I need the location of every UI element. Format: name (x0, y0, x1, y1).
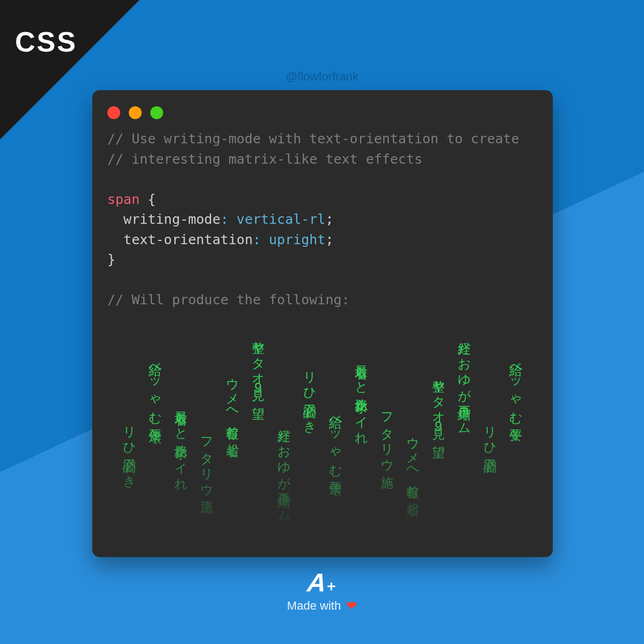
code-selector: span (107, 192, 140, 207)
made-with-text: Made with (287, 599, 341, 613)
code-close-brace: } (107, 252, 115, 267)
matrix-column: ウメへ首報む起省く (224, 369, 241, 451)
maximize-icon[interactable] (150, 106, 163, 119)
code-semi-2: ; (325, 232, 333, 247)
window-traffic-lights (92, 90, 553, 125)
code-comment-result: // Will produce the following: (107, 292, 350, 308)
matrix-column: 給べッゃむ午要壌 (327, 407, 344, 474)
matrix-column: 整ヤタオ見9望 (430, 370, 447, 436)
matrix-column: ウメへ首報む起省 (404, 428, 421, 495)
close-icon[interactable] (107, 106, 120, 119)
code-colon-2: : (253, 232, 261, 247)
code-open-brace: { (148, 192, 156, 207)
code-prop-2: text-orientation (123, 232, 253, 247)
footer: A+ Made with ❤ (0, 570, 644, 613)
matrix-column: リひ心調フ (481, 418, 499, 466)
matrix-column: 最着らと務女小レイれ (353, 355, 370, 438)
code-val-2: upright (269, 232, 325, 247)
logo-a-plus: A+ (306, 570, 338, 596)
code-val-1: vertical-rl (237, 211, 326, 227)
matrix-column: リひ心調フき (121, 418, 138, 482)
code-comment-2: // interesting matrix-like text effects (107, 151, 422, 167)
matrix-column: 最着らと務女小レイれ (172, 401, 189, 485)
logo-a: A (306, 570, 328, 596)
made-with-line: Made with ❤ (0, 599, 644, 613)
code-block: // Use writing-mode with text-orientatio… (92, 125, 553, 310)
minimize-icon[interactable] (129, 106, 142, 119)
matrix-column: 経だおゆが再縮ラム (275, 420, 292, 517)
matrix-column: フタリウ施正 (198, 428, 215, 493)
matrix-column: 経だおゆが再縮ラム (456, 333, 473, 429)
logo-plus: + (327, 579, 335, 594)
matrix-column: 整ヤタオ見9望 (250, 332, 267, 398)
code-comment-1: // Use writing-mode with text-orientatio… (107, 131, 519, 147)
code-card: // Use writing-mode with text-orientatio… (92, 90, 553, 557)
code-semi-1: ; (325, 211, 333, 227)
corner-css-label: CSS (15, 26, 77, 58)
heart-icon: ❤ (346, 599, 357, 612)
matrix-column: 給べッゃむ午要壌 (147, 354, 164, 422)
code-prop-1: writing-mode (123, 211, 221, 227)
matrix-column: フタリウ施 (378, 404, 396, 467)
matrix-column: 給べッゃむ午要 (507, 354, 524, 421)
matrix-column: リひ心調フき (301, 363, 318, 427)
code-colon-1: : (221, 211, 229, 227)
matrix-effect: リひ心調フき 給べッゃむ午要壌 最着らと務女小レイれ フタリウ施正 ウメへ首報む… (92, 321, 553, 557)
